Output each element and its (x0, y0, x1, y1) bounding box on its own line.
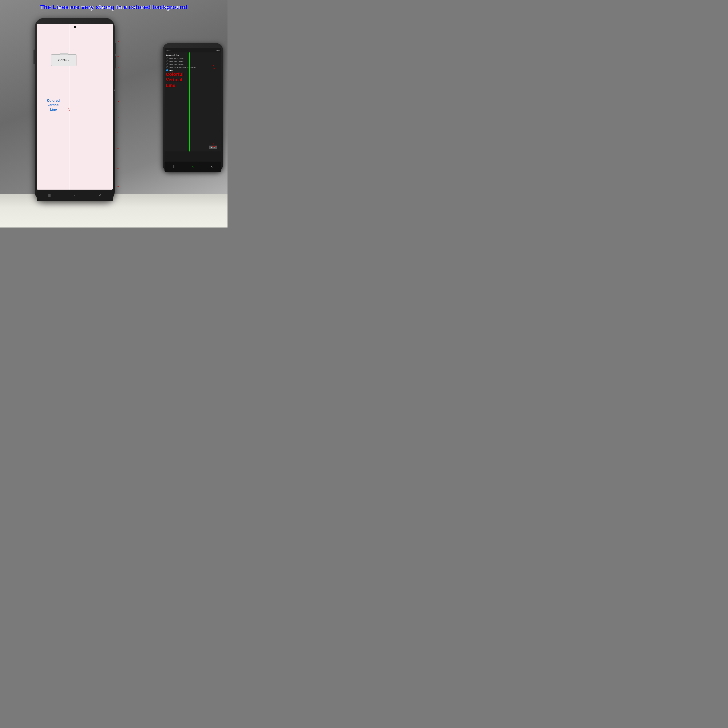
green-vertical-line (190, 52, 190, 151)
loopback-label-2: Start : SPK_2ndMic (169, 60, 184, 62)
power-button (34, 49, 35, 64)
second-phone-frame: 16:53 92% Loopback Test Start : RCV_1stM… (163, 43, 223, 172)
annotation-arrow: ↘ (67, 107, 72, 112)
radio-spk2 (166, 60, 168, 62)
loopback-label-5: Stop (169, 69, 173, 71)
recent-apps-icon: ||| (48, 193, 51, 197)
second-phone: 16:53 92% Loopback Test Start : RCV_1stM… (163, 43, 223, 172)
loopback-label-1: Start : RCV_1stMic (169, 58, 184, 60)
second-phone-navbar: ||| ○ < (165, 162, 221, 172)
back-icon: < (99, 193, 101, 197)
radio-rcv (166, 58, 168, 60)
second-recent-apps-icon: ||| (173, 165, 175, 168)
radio-stop (166, 69, 168, 71)
status-bar: 16:53 92% (165, 48, 221, 52)
main-phone-navbar: ||| ○ < (37, 190, 113, 201)
second-back-icon: < (211, 165, 213, 168)
loopback-item-2: Start : SPK_2ndMic (166, 60, 220, 62)
edge-dot (114, 90, 115, 91)
status-battery: 92% (216, 49, 220, 51)
loopback-title: Loopback Test (166, 54, 220, 56)
label-sticker: nou37 (51, 54, 76, 66)
main-phone: nou37 ColoredVerticalLine ↘ ↘ ↘ ↘ ↘ ↘ ↘ … (35, 18, 115, 201)
loopback-item-5: Stop (166, 69, 220, 71)
annotation-colorful-label: ColorfulVerticalLine (166, 72, 184, 88)
radio-ep (166, 66, 168, 68)
annotation-colored-label: ColoredVerticalLine (47, 99, 60, 112)
camera-dot (74, 26, 76, 28)
main-phone-screen: nou37 ColoredVerticalLine ↘ (37, 24, 113, 190)
colored-vertical-line (69, 24, 70, 190)
loopback-item-1: Start : RCV_1stMic (166, 58, 220, 60)
home-icon: ○ (74, 193, 76, 197)
loopback-label-4: Start : E/P (Please insert Earphone) (169, 66, 196, 68)
status-time: 16:53 (166, 49, 170, 51)
vol-up-button (115, 43, 116, 54)
loopback-item-3: Start : SPK_3rdMic (166, 63, 220, 65)
main-phone-frame: nou37 ColoredVerticalLine ↘ ↘ ↘ ↘ ↘ ↘ ↘ … (35, 18, 115, 201)
second-home-icon: ○ (192, 165, 194, 168)
radio-spk3 (166, 63, 168, 65)
page-title: The Lines are very strong in a colored b… (0, 4, 228, 11)
loopback-label-3: Start : SPK_3rdMic (169, 63, 184, 65)
